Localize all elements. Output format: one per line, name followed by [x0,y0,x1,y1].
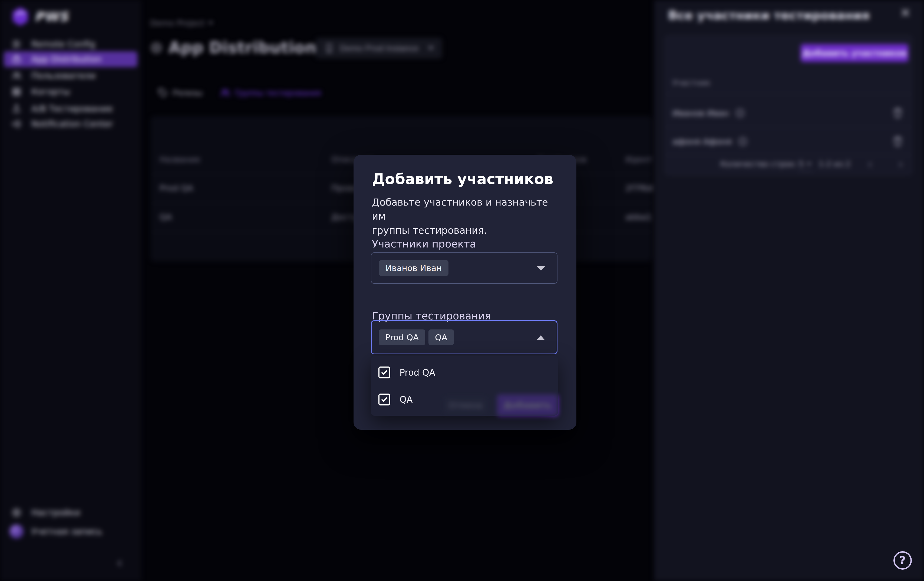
divider [665,155,912,155]
pagination-prev-button[interactable]: ‹ [866,157,874,171]
column-header-name: Название [160,155,200,164]
sidebar-item-label: Учетная запись [31,527,102,536]
divider [665,127,912,127]
pagination-next-button[interactable]: › [897,157,904,171]
trash-icon [892,107,904,119]
sidebar-item-label: Notification Center [31,119,113,129]
participants-panel: Все участники тестирования × Добавить уч… [654,0,924,581]
app-root: PWS Remote Config [0,0,924,581]
breadcrumb[interactable]: Demo Project [150,18,213,28]
brand-name: PWS [35,9,69,24]
pagination: Количество строк: 5 1-2 из 2 ‹ › [665,158,912,169]
info-icon[interactable] [735,108,745,118]
info-icon[interactable] [738,136,748,147]
cell-identifier: abba119 [625,212,652,222]
cohorts-icon [12,87,21,97]
remote-config-icon [12,39,21,49]
gear-icon [12,507,21,518]
avatar [10,525,23,538]
sidebar-item-app-distribution[interactable]: App Distribution [4,51,137,67]
dropdown-option-prod-qa[interactable]: Prod QA [371,363,558,382]
pagination-range: 1-2 из 2 [818,159,851,168]
sidebar-item-label: Пользователи [31,71,96,81]
megaphone-icon [12,119,21,129]
delete-participant-button[interactable] [892,135,904,147]
participant-name: афоня Афоня [672,137,732,146]
list-item: Иванов Иван [665,104,912,122]
ab-test-icon [12,104,21,114]
divider [665,94,912,94]
checkbox-checked-icon[interactable] [378,366,390,378]
tab-label: Релизы [173,88,203,98]
question-mark-icon: ? [899,554,906,567]
instance-selector-label: Demo Prod Instance [340,43,419,53]
rows-per-page-value: 5 [799,159,804,168]
gear-icon [150,41,163,54]
cell-name: Prod QA [160,183,193,193]
dropdown-option-qa[interactable]: QA [371,390,558,409]
breadcrumb-label: Demo Project [150,18,205,28]
dropdown-option-label: QA [399,394,413,405]
sidebar-item-remote-config[interactable]: Remote Config [4,36,137,52]
device-icon [324,43,334,53]
dropdown-option-label: Prod QA [399,367,435,378]
rows-per-page-label: Количество строк: [720,159,797,168]
sidebar-item-label: A/B Тестирование [31,104,113,114]
cell-identifier: 2f7f6d8 [625,183,652,193]
checkbox-checked-icon[interactable] [378,394,390,406]
tag-icon [157,87,168,98]
users-icon [12,71,21,81]
participant-name: Иванов Иван [672,108,729,118]
pws-logo-icon [11,7,30,26]
sidebar-item-users[interactable]: Пользователи [4,68,137,84]
sidebar-collapse-button[interactable]: ‹ [116,555,124,569]
sidebar-item-settings[interactable]: Настройки [4,505,137,520]
chevron-down-icon [208,21,213,25]
sidebar-item-label: Когорты [31,87,70,97]
help-button[interactable]: ? [893,551,912,569]
list-item: афоня Афоня [665,132,912,151]
add-participants-button[interactable]: Добавить участников [801,44,908,62]
add-participants-modal: Отмена Добавить Добавить участников Доба… [353,155,576,430]
groups-dropdown: Prod QA QA [371,356,558,416]
instance-selector-button[interactable]: Demo Prod Instance [316,38,442,58]
close-icon[interactable]: × [899,4,912,21]
sidebar-item-account[interactable]: Учетная запись [4,524,137,539]
sidebar-item-notification-center[interactable]: Notification Center [4,116,137,132]
tab-label: Группы тестирования [235,88,321,98]
sidebar-item-label: App Distribution [31,54,101,64]
users-icon [219,87,231,98]
trash-icon [892,135,904,147]
column-header-participant: Участник [672,78,711,87]
cell-name: QA [160,212,172,222]
tab-testing-groups[interactable]: Группы тестирования [218,87,323,99]
sidebar-item-cohorts[interactable]: Когорты [4,84,137,99]
participants-card: Добавить участников Участник Иванов Иван [665,35,912,175]
app-distribution-icon [12,54,21,64]
delete-participant-button[interactable] [892,107,904,119]
sidebar-item-label: Настройки [31,507,80,518]
sidebar-item-ab-testing[interactable]: A/B Тестирование [4,101,137,117]
chevron-down-icon [428,46,434,50]
column-header-identifier: Идентификатор [625,155,652,164]
page-title: App Distribution [168,38,316,57]
chevron-down-icon [807,163,811,165]
sidebar-item-label: Remote Config [31,39,95,49]
rows-per-page-select[interactable]: 5 [798,159,813,171]
tab-releases[interactable]: Релизы [156,87,204,99]
logo[interactable]: PWS [11,7,69,26]
panel-title: Все участники тестирования [668,8,870,23]
sidebar: PWS Remote Config [0,0,142,581]
